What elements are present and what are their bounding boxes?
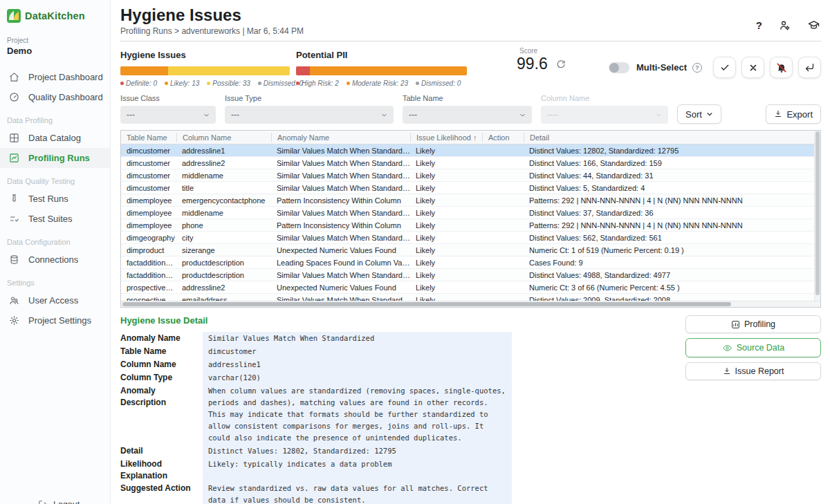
issue-report-button[interactable]: Issue Report — [685, 362, 821, 380]
pii-summary: Potential PII High Risk: 2Moderate Risk:… — [296, 46, 467, 87]
table-row[interactable]: dimcustomer addressline1 Similar Values … — [121, 144, 820, 157]
table-row[interactable]: dimemployee phone Pattern Inconsistency … — [121, 219, 820, 232]
cell-table-name: prospectivebuyer — [121, 296, 176, 301]
cell-anomaly-name: Similar Values Match When Standardized — [271, 159, 410, 167]
horizontal-scrollbar[interactable] — [121, 301, 820, 307]
mute-button[interactable] — [770, 57, 793, 78]
cell-column-name: emergencycontactphone — [176, 196, 271, 205]
pii-progress-bar[interactable] — [296, 66, 467, 75]
sidebar-item-test-runs[interactable]: Test Runs — [0, 189, 110, 209]
logout-button[interactable]: Logout — [38, 500, 80, 504]
table-row[interactable]: prospectivebuyer addressline2 Unexpected… — [121, 281, 820, 294]
test-tube-icon — [9, 194, 19, 204]
profiling-button[interactable]: Profiling — [685, 315, 821, 333]
multi-select-toggle[interactable] — [609, 62, 629, 73]
source-data-button[interactable]: Source Data — [685, 338, 821, 357]
export-label: Export — [786, 109, 813, 120]
nav-label: Project Dashboard — [28, 72, 103, 82]
chart-icon — [9, 153, 19, 163]
table-row[interactable]: dimemployee middlename Similar Values Ma… — [121, 207, 820, 219]
issue-class-select[interactable]: --- — [120, 106, 216, 124]
table-row[interactable]: factadditionalint... productdescription … — [121, 256, 820, 269]
brand-name: DataKitchen — [25, 10, 85, 21]
detail-field-label: Column Type — [120, 371, 203, 384]
detail-field-row: Likelihood Explanation Likely: typically… — [120, 458, 679, 482]
cell-detail: Distinct Values: 5, Standardized: 4 — [524, 184, 820, 192]
refresh-icon[interactable] — [556, 59, 566, 69]
cell-column-name: emailaddress — [176, 296, 271, 301]
sidebar-item-quality-dashboard[interactable]: Quality Dashboard — [0, 87, 110, 107]
table-row[interactable]: dimemployee emergencycontactphone Patter… — [121, 194, 820, 207]
vertical-scrollbar-thumb[interactable] — [815, 131, 820, 295]
sidebar-item-connections[interactable]: Connections — [0, 250, 110, 270]
table-row[interactable]: prospectivebuyer emailaddress Similar Va… — [121, 294, 820, 301]
breadcrumb[interactable]: Profiling Runs > adventureworks | Mar 6,… — [120, 26, 821, 36]
detail-field-label: Anomaly Name — [120, 332, 203, 345]
detail-field-label: Anomaly Description — [120, 384, 203, 445]
cell-detail: Cases Found: 9 — [524, 259, 820, 267]
chevron-down-icon — [706, 111, 713, 118]
sidebar: DataKitchen Project Demo Project Dashboa… — [0, 0, 111, 504]
issue-toolbar: Multi-Select ? — [609, 46, 821, 78]
dismiss-button[interactable] — [741, 57, 764, 78]
gauge-icon — [9, 92, 19, 102]
gear-icon — [9, 315, 19, 326]
sidebar-item-user-access[interactable]: User Access — [0, 290, 110, 310]
legend-item: Likely: 13 — [165, 80, 199, 87]
column-header-table-name[interactable]: Table Name — [121, 133, 176, 142]
detail-field-value: addressline1 — [203, 358, 512, 371]
bar-segment — [310, 66, 467, 75]
issue-type-select[interactable]: --- — [225, 106, 394, 124]
horizontal-scrollbar-thumb[interactable] — [122, 302, 731, 306]
filter-issue-type: Issue Type --- — [225, 94, 394, 124]
sidebar-item-project-dashboard[interactable]: Project Dashboard — [0, 67, 110, 87]
nav-label: Connections — [28, 254, 78, 265]
multi-select-help-icon[interactable]: ? — [692, 63, 702, 73]
column-header-anomaly-name[interactable]: Anomaly Name — [271, 133, 410, 142]
select-value: --- — [127, 110, 135, 120]
cell-detail: Patterns: 292 | NNN-NNN-NNNN | 4 | N (NN… — [524, 196, 820, 205]
sidebar-item-data-catalog[interactable]: Data Catalog — [0, 128, 110, 148]
column-header-detail[interactable]: Detail — [524, 133, 820, 142]
hygiene-progress-bar[interactable] — [120, 66, 290, 75]
project-label: Project — [7, 37, 110, 44]
sidebar-item-project-settings[interactable]: Project Settings — [0, 310, 110, 330]
legend-item: Moderate Risk: 23 — [347, 80, 408, 87]
toggle-knob — [609, 63, 619, 73]
table-row[interactable]: factadditionalint... productdescription … — [121, 269, 820, 281]
help-icon[interactable]: ? — [756, 19, 762, 31]
table-row[interactable]: dimcustomer addressline2 Similar Values … — [121, 157, 820, 169]
vertical-scrollbar[interactable] — [814, 131, 820, 307]
table-row[interactable]: dimgeography city Similar Values Match W… — [121, 232, 820, 244]
column-header-issue-likelihood[interactable]: Issue Likelihood ↑ — [410, 133, 482, 142]
graduation-cap-icon[interactable] — [807, 19, 820, 31]
legend-item: Possible: 33 — [207, 80, 250, 87]
table-row[interactable]: dimproduct sizerange Unexpected Numeric … — [121, 244, 820, 256]
sort-button[interactable]: Sort — [677, 104, 721, 124]
sidebar-item-test-suites[interactable]: Test Suites — [0, 209, 110, 229]
column-header-column-name[interactable]: Column Name — [176, 133, 271, 142]
detail-field-value: varchar(120) — [203, 371, 512, 384]
restore-button[interactable] — [798, 57, 821, 78]
table-row[interactable]: dimcustomer middlename Similar Values Ma… — [121, 169, 820, 182]
sidebar-item-profiling-runs[interactable]: Profiling Runs — [0, 148, 110, 168]
database-icon — [9, 254, 19, 265]
pii-bar-title: Potential PII — [296, 50, 467, 60]
hygiene-legend: Definite: 0Likely: 13Possible: 33Dismiss… — [120, 80, 290, 87]
table-header: Table Name Column Name Anomaly Name Issu… — [121, 131, 820, 144]
profiling-chart-icon — [731, 320, 740, 329]
cell-column-name: addressline2 — [176, 159, 271, 167]
cell-likelihood: Likely — [410, 234, 482, 242]
detail-row: Hygiene Issue Detail Anomaly Name Simila… — [120, 315, 821, 504]
filter-label: Issue Type — [225, 94, 394, 102]
legend-item: Definite: 0 — [120, 80, 157, 87]
column-header-action[interactable]: Action — [482, 133, 524, 142]
user-admin-icon[interactable] — [779, 19, 791, 31]
cell-anomaly-name: Similar Values Match When Standardized — [271, 209, 410, 217]
cell-detail: Patterns: 292 | NNN-NNN-NNNN | 4 | N (NN… — [524, 221, 820, 230]
acknowledge-button[interactable] — [713, 57, 736, 78]
table-row[interactable]: dimcustomer title Similar Values Match W… — [121, 182, 820, 194]
legend-item: Dismissed: 0 — [416, 80, 461, 87]
table-name-select[interactable]: --- — [403, 106, 532, 124]
export-button[interactable]: Export — [766, 104, 821, 124]
